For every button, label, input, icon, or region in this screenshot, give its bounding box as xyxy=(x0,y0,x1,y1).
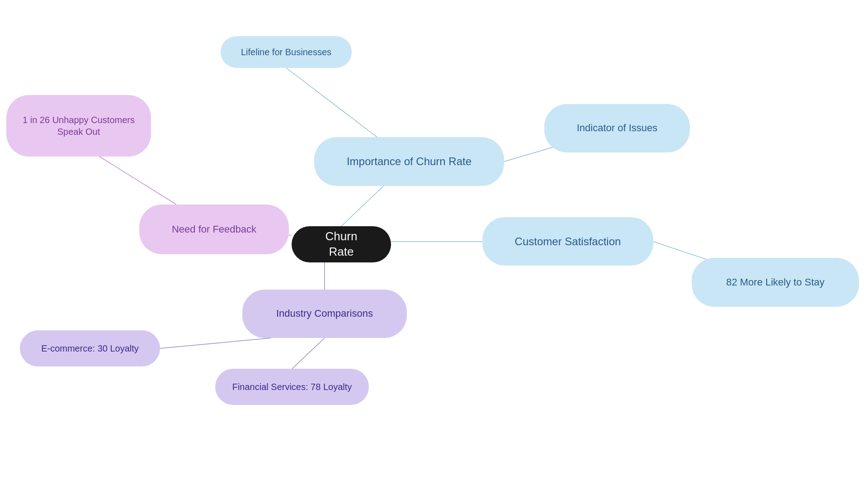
svg-line-8 xyxy=(160,338,271,348)
connections-svg xyxy=(0,0,868,490)
svg-line-4 xyxy=(99,157,176,205)
node-customer-satisfaction: Customer Satisfaction xyxy=(482,217,653,266)
svg-line-9 xyxy=(292,338,325,369)
mind-map-container: Churn Rate Importance of Churn Rate Life… xyxy=(0,0,868,490)
node-more-likely-stay: 82 More Likely to Stay xyxy=(692,258,859,307)
node-industry-comparisons: Industry Comparisons xyxy=(242,290,407,338)
node-ecommerce: E-commerce: 30 Loyalty xyxy=(20,330,160,366)
node-indicator-issues: Indicator of Issues xyxy=(544,104,690,152)
node-lifeline-businesses: Lifeline for Businesses xyxy=(221,36,352,68)
center-node: Churn Rate xyxy=(292,226,391,262)
node-unhappy-customers: 1 in 26 Unhappy Customers Speak Out xyxy=(6,95,151,157)
node-financial-services: Financial Services: 78 Loyalty xyxy=(215,369,369,405)
node-importance-churn-rate: Importance of Churn Rate xyxy=(314,137,504,186)
node-need-feedback: Need for Feedback xyxy=(139,205,289,254)
